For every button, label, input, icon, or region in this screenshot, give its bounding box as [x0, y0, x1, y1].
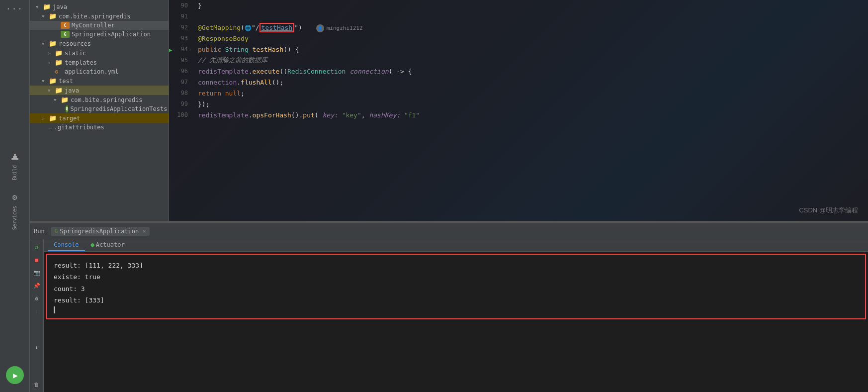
services-icon[interactable]: ⚙: [8, 190, 22, 204]
console-output-line-4: result: [333]: [54, 294, 858, 306]
pin-button[interactable]: 📌: [31, 280, 42, 291]
watermark: CSDN @明志学编程: [799, 206, 858, 215]
tree-label-java: java: [53, 3, 67, 10]
tree-label-test: test: [59, 78, 73, 85]
code-line-96: 96 redisTemplate.execute((RedisConnectio…: [169, 66, 868, 77]
file-tree: ▼ 📁 java ▼ 📁 com.bite.springredis C MyCo…: [30, 0, 169, 221]
console-tabs-bar: Console ●Actuator: [44, 239, 868, 252]
tree-item-static[interactable]: ▷ 📁 static: [30, 48, 169, 58]
build-icon[interactable]: [8, 149, 22, 163]
tree-label-templates: templates: [65, 59, 97, 66]
tree-item-springredis-app[interactable]: G SpringredisApplication: [30, 30, 169, 39]
tree-label-target: target: [59, 115, 80, 122]
ellipsis-dots[interactable]: ···: [6, 4, 23, 13]
tree-item-test[interactable]: ▼ 📁 test: [30, 76, 169, 86]
separator-btn: :: [31, 306, 42, 317]
tab-console[interactable]: Console: [48, 239, 85, 251]
run-tab-springredis[interactable]: G SpringredisApplication ✕: [51, 227, 150, 236]
svg-rect-0: [11, 158, 18, 160]
console-output-cursor: [54, 306, 858, 313]
tree-item-resources[interactable]: ▼ 📁 resources: [30, 39, 169, 48]
user-annotation: 👤 mingzhi1212: [316, 24, 363, 32]
code-line-93: 93 @ResponseBody: [169, 33, 868, 44]
tree-label-springredis-tests: SpringredisApplicationTests: [70, 105, 167, 112]
tree-label-static: static: [65, 50, 86, 57]
tree-item-com-bite[interactable]: ▼ 📁 com.bite.springredis: [30, 11, 169, 21]
code-line-100: 100 redisTemplate.opsForHash().put( key:…: [169, 109, 868, 120]
tree-item-gitattributes[interactable]: — .gitattributes: [30, 123, 169, 132]
rerun-button[interactable]: ↺: [31, 241, 42, 252]
scroll-down-btn[interactable]: ⬇: [31, 343, 42, 354]
tree-item-springredis-tests[interactable]: G SpringredisApplicationTests: [30, 104, 169, 113]
services-label: Services: [12, 206, 17, 230]
code-line-90: 90 }: [169, 0, 868, 11]
build-label: Build: [12, 165, 17, 180]
run-tabs-bar: Run G SpringredisApplication ✕: [30, 223, 868, 239]
tree-label-gitattributes: .gitattributes: [54, 124, 104, 131]
console-output-line-2: existe: true: [54, 271, 858, 283]
tree-label-mycontroller: MyController: [72, 22, 115, 29]
tree-label-application-yml: application.yml: [65, 68, 118, 75]
cursor-blink: [54, 306, 55, 313]
run-label: Run: [34, 228, 45, 235]
tree-label-test-java: java: [65, 87, 79, 94]
console-output-line-3: count: 3: [54, 283, 858, 294]
code-line-94: ▶ 94 public String testHash() {: [169, 44, 868, 55]
svg-rect-2: [14, 154, 16, 156]
screenshot-button[interactable]: 📷: [31, 267, 42, 278]
console-output-bordered: result: [111, 222, 333] existe: true cou…: [46, 254, 866, 319]
settings-btn[interactable]: ⚙: [31, 293, 42, 304]
code-line-92: 92 @GetMapping(🌐"/testHash") 👤 mingzhi12…: [169, 22, 868, 33]
console-area: ↺ ■ 📷 📌 ⚙ : ⬇ 🗑 Console ●Actuator: [30, 239, 868, 392]
services-section: ⚙ Services: [8, 190, 22, 230]
tree-label-springredis-app: SpringredisApplication: [72, 31, 151, 38]
run-tab-name: SpringredisApplication: [60, 228, 139, 235]
run-button-bottom[interactable]: ▶: [6, 366, 24, 384]
console-output-wrapper: result: [111, 222, 333] existe: true cou…: [44, 252, 868, 392]
tree-item-templates[interactable]: ▷ 📁 templates: [30, 58, 169, 67]
run-tab-close[interactable]: ✕: [143, 228, 146, 234]
bottom-panel: Run G SpringredisApplication ✕ ↺ ■ 📷 📌 ⚙…: [30, 223, 868, 392]
code-editor: 90 } 91 92 @GetMapping(🌐"/testHash") 👤: [169, 0, 868, 221]
tree-item-test-com-bite[interactable]: ▼ 📁 com.bite.springredis: [30, 95, 169, 104]
tree-item-application-yml[interactable]: ⚙ application.yml: [30, 67, 169, 76]
console-toolbar: ↺ ■ 📷 📌 ⚙ : ⬇ 🗑: [30, 239, 44, 392]
tree-item-mycontroller[interactable]: C MyController: [30, 21, 169, 30]
tree-item-target[interactable]: ▷ 📁 target: [30, 113, 169, 123]
console-tabs-content: Console ●Actuator result: [111, 222, 333…: [44, 239, 868, 392]
code-line-99: 99 });: [169, 98, 868, 109]
build-section: Build: [8, 149, 22, 180]
tree-label-com-bite: com.bite.springredis: [59, 13, 131, 20]
code-line-97: 97 connection.flushAll();: [169, 77, 868, 88]
tree-label-test-com-bite: com.bite.springredis: [71, 97, 143, 103]
code-line-95: 95 // 先清除之前的数据库: [169, 55, 868, 66]
tab-actuator[interactable]: ●Actuator: [85, 239, 131, 251]
code-line-98: 98 return null;: [169, 88, 868, 98]
tree-item-test-java[interactable]: ▼ 📁 java: [30, 86, 169, 95]
console-output-line-1: result: [111, 222, 333]: [54, 260, 858, 271]
svg-rect-1: [13, 156, 17, 158]
clear-btn[interactable]: 🗑: [31, 379, 42, 390]
code-line-91: 91: [169, 11, 868, 22]
tree-item-java[interactable]: ▼ 📁 java: [30, 2, 169, 11]
tree-label-resources: resources: [59, 40, 91, 47]
stop-button[interactable]: ■: [31, 254, 42, 265]
